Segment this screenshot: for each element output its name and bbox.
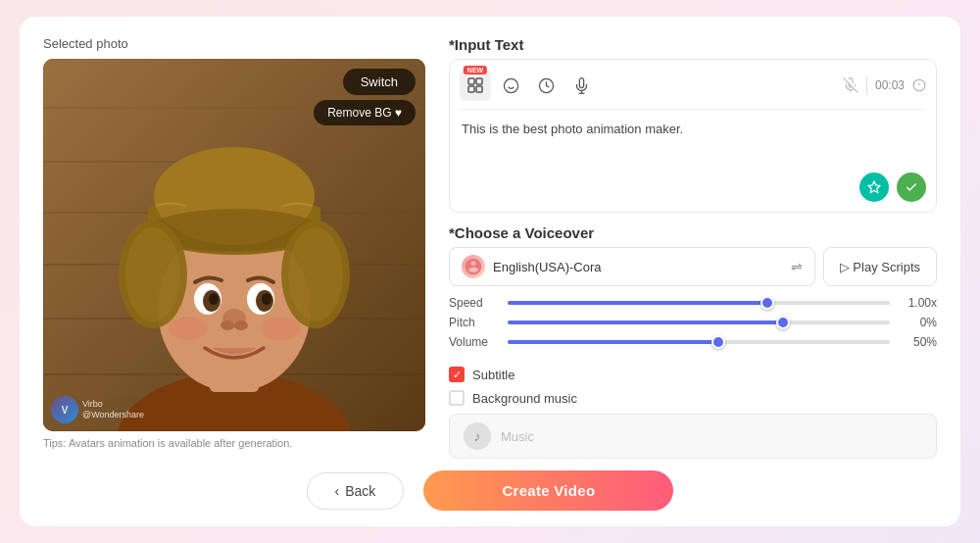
back-chevron-icon: ‹ xyxy=(335,483,340,499)
svg-rect-34 xyxy=(476,78,482,84)
speed-label: Speed xyxy=(449,296,498,310)
svg-point-19 xyxy=(262,293,271,305)
pitch-thumb[interactable] xyxy=(776,316,790,329)
svg-point-22 xyxy=(234,321,248,330)
toolbar-right: 00:03 xyxy=(843,76,926,94)
pitch-value: 0% xyxy=(900,316,937,329)
photo-container: Switch Remove BG ♥ V Virbo@Wondershare xyxy=(43,59,425,431)
voice-select-button[interactable]: English(USA)-Cora ⇌ xyxy=(449,247,815,286)
input-text-title: *Input Text xyxy=(449,36,937,53)
svg-point-24 xyxy=(261,317,300,340)
selected-photo-title: Selected photo xyxy=(43,36,425,51)
new-badge: NEW xyxy=(464,66,487,74)
volume-thumb[interactable] xyxy=(711,335,725,349)
input-text-box: NEW xyxy=(449,59,937,213)
svg-rect-35 xyxy=(468,86,474,92)
volume-value: 50% xyxy=(900,335,937,349)
virbo-watermark-text: Virbo@Wondershare xyxy=(82,399,144,420)
svg-point-21 xyxy=(220,321,234,330)
pitch-slider-row: Pitch 0% xyxy=(449,316,937,329)
pitch-label: Pitch xyxy=(449,316,498,329)
play-scripts-button[interactable]: ▷ Play Scripts xyxy=(823,247,937,286)
input-text-section: *Input Text NEW xyxy=(449,36,937,213)
tips-text: Tips: Avatars animation is available aft… xyxy=(43,437,425,449)
microphone-icon-button[interactable] xyxy=(565,70,597,101)
voiceover-title: *Choose a Voiceover xyxy=(449,224,937,241)
toolbar-divider xyxy=(866,76,867,94)
text-toolbar: NEW xyxy=(460,70,926,110)
clock-icon-button[interactable] xyxy=(530,70,562,101)
back-button[interactable]: ‹ Back xyxy=(307,472,405,510)
remove-bg-button[interactable]: Remove BG ♥ xyxy=(314,100,416,125)
svg-rect-36 xyxy=(476,86,482,92)
options-section: Subtitle Background music ♪ Music xyxy=(449,367,937,459)
virbo-logo-icon: V xyxy=(51,396,78,423)
voiceover-selector: English(USA)-Cora ⇌ ▷ Play Scripts xyxy=(449,247,937,286)
music-placeholder: Music xyxy=(501,429,534,444)
volume-off-icon xyxy=(843,77,858,93)
voice-avatar xyxy=(462,255,485,278)
main-container: Selected photo xyxy=(20,17,960,526)
volume-track[interactable] xyxy=(508,340,890,344)
speed-slider-row: Speed 1.00x xyxy=(449,296,937,310)
background-music-label: Background music xyxy=(472,391,577,406)
bottom-bar: ‹ Back Create Video xyxy=(43,470,937,511)
face-icon-button[interactable] xyxy=(495,70,526,101)
music-input-area[interactable]: ♪ Music xyxy=(449,414,937,459)
timer-value: 00:03 xyxy=(875,78,905,92)
svg-point-23 xyxy=(169,317,208,340)
back-label: Back xyxy=(345,483,375,499)
left-panel: Selected photo xyxy=(43,36,425,459)
subtitle-label: Subtitle xyxy=(472,368,514,382)
pitch-track[interactable] xyxy=(508,321,890,324)
switch-button[interactable]: Switch xyxy=(343,69,416,95)
layout-icon-button[interactable]: NEW xyxy=(460,70,491,101)
pitch-fill xyxy=(508,321,783,324)
equalizer-icon: ⇌ xyxy=(791,259,803,274)
svg-point-31 xyxy=(125,227,180,321)
svg-point-32 xyxy=(288,227,343,321)
ai-button[interactable] xyxy=(859,173,889,202)
textarea-actions xyxy=(460,173,926,202)
speed-fill xyxy=(508,301,767,305)
volume-label: Volume xyxy=(449,335,498,349)
create-video-button[interactable]: Create Video xyxy=(423,470,673,511)
watermark: V Virbo@Wondershare xyxy=(51,396,144,423)
sliders-container: Speed 1.00x Pitch xyxy=(449,296,937,349)
voiceover-section: *Choose a Voiceover English(USA)-Cora ⇌ … xyxy=(449,224,937,355)
right-panel: *Input Text NEW xyxy=(449,36,937,459)
svg-point-18 xyxy=(209,293,219,305)
grammar-button[interactable] xyxy=(897,173,926,202)
music-note-icon: ♪ xyxy=(464,422,491,450)
volume-fill xyxy=(508,340,718,344)
speed-thumb[interactable] xyxy=(760,296,774,310)
input-text-body[interactable]: This is the best photo animation maker. xyxy=(460,118,926,167)
subtitle-row: Subtitle xyxy=(449,367,937,382)
speed-value: 1.00x xyxy=(900,296,937,310)
volume-slider-row: Volume 50% xyxy=(449,335,937,349)
speed-track[interactable] xyxy=(508,301,890,305)
background-music-row: Background music xyxy=(449,390,937,406)
subtitle-checkbox[interactable] xyxy=(449,367,465,382)
svg-rect-33 xyxy=(468,78,474,84)
background-music-checkbox[interactable] xyxy=(449,390,465,406)
info-icon xyxy=(912,78,926,92)
svg-point-37 xyxy=(504,78,517,92)
content-area: Selected photo xyxy=(43,36,937,459)
voice-name-label: English(USA)-Cora xyxy=(493,260,602,274)
